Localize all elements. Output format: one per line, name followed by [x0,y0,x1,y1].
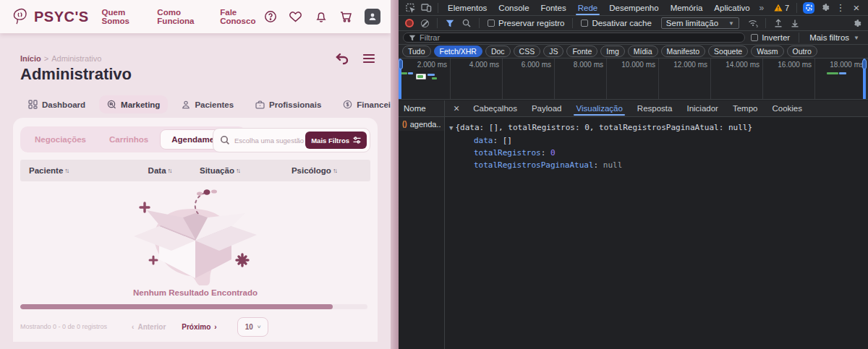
chip-midia[interactable]: Mídia [628,46,658,57]
device-toolbar-icon[interactable] [419,1,433,14]
sort-icon[interactable]: ↑↓ [236,167,239,174]
chip-wasm[interactable]: Wasm [751,46,783,57]
next-page-button[interactable]: Próximo › [182,323,216,331]
tab-profissionais[interactable]: Profissionais [247,96,329,113]
devtools-tab-memoria[interactable]: Memória [665,1,708,14]
search-input[interactable] [234,137,305,145]
throttling-select[interactable]: Sem limitação ▼ [661,17,739,29]
devtools-tab-rede[interactable]: Rede [573,1,603,14]
user-avatar[interactable] [365,9,380,25]
overview-right-knob[interactable] [862,59,867,69]
tab-pacientes[interactable]: Pacientes [174,96,242,113]
request-row-agenda[interactable]: () agenda... [399,117,444,131]
detail-tab-cookies[interactable]: Cookies [765,102,809,115]
preserve-log-checkbox[interactable]: Preservar registro [485,19,567,27]
timeline-tick: 2.000 ms [417,61,447,69]
page-size-select[interactable]: 10 ˅ [237,317,269,337]
more-filters-dropdown[interactable]: Mais filtros ▼ [805,33,864,42]
settings-gear-icon[interactable] [817,1,832,14]
network-filter-input[interactable] [420,33,739,42]
brain-logo-icon [10,7,29,26]
chip-css[interactable]: CSS [514,46,541,57]
more-filters-button[interactable]: Mais Filtros [305,132,367,149]
chip-fetch-xhr[interactable]: Fetch/XHR [434,46,482,57]
json-root-node[interactable]: ▼{data: [], totalRegistros: 0, totalRegi… [449,121,868,134]
help-icon[interactable] [263,10,277,24]
sort-icon[interactable]: ↑↓ [333,167,336,174]
network-search-icon[interactable] [459,17,474,30]
warnings-badge[interactable]: 7 [771,4,792,12]
favorites-heart-icon[interactable] [289,10,302,24]
overview-left-knob[interactable] [399,59,403,69]
expand-arrow-icon[interactable]: ▼ [449,124,453,132]
column-header-data[interactable]: Data ↑↓ [148,166,200,175]
devtools-profile-icon[interactable] [801,1,816,14]
detail-tab-cabecalhos[interactable]: Cabeçalhos [467,102,524,115]
record-network-icon[interactable] [405,19,414,27]
previous-page-button[interactable]: ‹ Anterior [132,323,166,331]
filter-funnel-icon[interactable] [443,17,457,30]
devtools-tab-desempenho[interactable]: Desempenho [604,1,663,14]
chip-doc[interactable]: Doc [485,46,511,57]
chip-manifesto[interactable]: Manifesto [661,46,706,57]
subtab-carrinhos[interactable]: Carrinhos [98,129,160,150]
detail-tab-resposta[interactable]: Resposta [631,102,679,115]
notifications-bell-icon[interactable] [314,10,328,24]
chip-outro[interactable]: Outro [787,46,817,57]
kebab-menu-icon[interactable]: ⋮ [833,1,848,14]
close-detail-icon[interactable]: × [448,103,465,114]
detail-tab-iniciador[interactable]: Iniciador [680,102,724,115]
column-label: Data [148,166,166,175]
disable-cache-checkbox[interactable]: Desativar cache [578,19,654,27]
json-node-totalregistros[interactable]: totalRegistros: 0 [449,147,868,159]
close-devtools-icon[interactable]: × [849,1,864,14]
chevron-down-icon: ˅ [258,324,261,330]
sort-icon[interactable]: ↑↓ [64,167,68,174]
detail-tab-tempo[interactable]: Tempo [726,102,765,115]
chip-js[interactable]: JS [543,46,563,57]
json-key: totalRegistros [474,148,541,158]
more-tabs-icon[interactable]: » [757,3,767,13]
column-header-situacao[interactable]: Situação ↑↓ [200,166,292,175]
network-overview-timeline[interactable]: 2.000 ms 4.000 ms 6.000 ms 8.000 ms 10.0… [399,59,868,100]
export-har-icon[interactable] [788,17,802,30]
name-column-header[interactable]: Nome [399,100,444,117]
invert-filter-checkbox[interactable]: Inverter [748,33,793,42]
chip-img[interactable]: Img [600,46,625,57]
json-node-totalregistrospaginaatual[interactable]: totalRegistrosPaginaAtual: null [449,159,868,171]
detail-tab-visualizacao[interactable]: Visualização [569,102,629,115]
chip-fonte[interactable]: Fonte [566,46,597,57]
devtools-tab-elementos[interactable]: Elementos [443,1,492,14]
menu-hamburger-icon[interactable] [362,53,376,64]
waterfall-bar [401,72,407,74]
chip-tudo[interactable]: Tudo [402,46,431,57]
import-har-icon[interactable] [771,17,786,30]
column-header-paciente[interactable]: Paciente ↑↓ [20,166,148,175]
devtools-tab-console[interactable]: Console [493,1,534,14]
subtab-negociacoes[interactable]: Negociações [23,129,98,150]
brand[interactable]: PSYC'S [10,7,89,26]
column-header-psicologo[interactable]: Psicólogo ↑↓ [292,166,370,175]
nav-como-funciona[interactable]: Como Funciona [157,8,207,25]
sort-icon[interactable]: ↑↓ [168,167,171,174]
nav-quem-somos[interactable]: Quem Somos [102,8,145,25]
cart-icon[interactable] [339,10,353,24]
tab-dashboard[interactable]: Dashboard [20,95,93,113]
undo-back-icon[interactable] [334,52,350,65]
devtools-tab-aplicativo[interactable]: Aplicativo [709,1,754,14]
waterfall-bar [827,72,838,74]
detail-tab-payload[interactable]: Payload [525,102,569,115]
tab-marketing[interactable]: Marketing [99,95,168,113]
tab-financeiro[interactable]: Financeiro [335,95,391,113]
chip-soquete[interactable]: Soquete [708,46,748,57]
clear-network-icon[interactable] [421,20,429,27]
json-node-data[interactable]: data: [] [449,134,868,147]
devtools-tab-fontes[interactable]: Fontes [536,1,571,14]
network-settings-gear-icon[interactable] [849,17,864,30]
progress-fill [20,304,333,309]
network-conditions-icon[interactable] [746,17,760,30]
window-divider[interactable] [391,0,399,349]
inspect-element-icon[interactable] [403,1,417,14]
breadcrumb-home[interactable]: Início [20,54,41,63]
nav-fale-conosco[interactable]: Fale Conosco [220,8,263,25]
